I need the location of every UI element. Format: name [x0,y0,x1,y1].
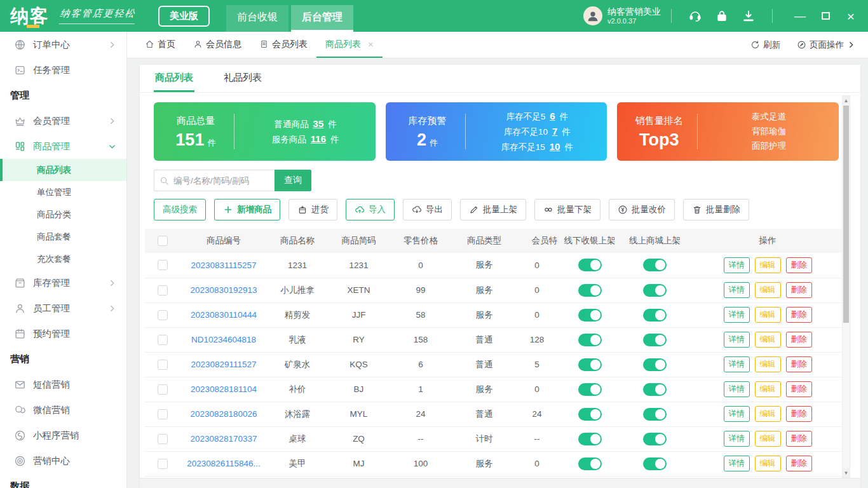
del-button[interactable]: 删除 [786,307,812,323]
online-toggle[interactable] [643,458,667,470]
product-code-link[interactable]: 20230828180026 [180,402,267,426]
row-checkbox[interactable] [158,260,168,270]
support-icon[interactable] [688,9,702,23]
product-code-link[interactable]: 20230828181104 [180,377,267,402]
offline-toggle[interactable] [578,259,602,271]
product-code-link[interactable]: 20230830110444 [180,302,267,327]
offline-toggle[interactable] [578,433,602,445]
del-button[interactable]: 删除 [786,257,812,273]
download-icon[interactable] [742,9,756,23]
online-toggle[interactable] [643,309,667,322]
online-toggle[interactable] [643,334,667,346]
toolbar-button-批量删除[interactable]: 批量删除 [683,199,749,220]
sidebar-subitem-单位管理[interactable]: 单位管理 [0,181,126,203]
edit-button[interactable]: 编辑 [755,257,781,273]
row-checkbox[interactable] [158,310,168,320]
detail-button[interactable]: 详情 [724,431,750,447]
sidebar-subitem-商品套餐[interactable]: 商品套餐 [0,226,126,248]
row-checkbox[interactable] [158,459,168,469]
tab-gift-list[interactable]: 礼品列表 [222,65,263,92]
sidebar-item-营销中心[interactable]: 营销中心 [0,448,126,473]
refresh-button[interactable]: 刷新 [750,39,780,51]
avatar[interactable] [583,6,602,25]
sidebar-item-商品管理[interactable]: 商品管理 [0,133,126,159]
product-code-link[interactable]: 20230831115257 [180,253,267,278]
row-checkbox[interactable] [158,285,168,295]
online-toggle[interactable] [643,408,667,421]
edit-button[interactable]: 编辑 [755,381,781,397]
scroll-thumb[interactable] [843,105,849,323]
tab-product-list[interactable]: 商品列表 [154,65,194,92]
detail-button[interactable]: 详情 [724,332,750,348]
maximize-button[interactable] [817,10,834,22]
scroll-down-arrow[interactable]: ▼ [843,468,850,477]
online-toggle[interactable] [643,284,667,297]
product-code-link[interactable]: 20230830192913 [180,278,267,302]
sidebar-subitem-商品列表[interactable]: 商品列表 [0,159,126,181]
edit-button[interactable]: 编辑 [755,406,781,422]
detail-button[interactable]: 详情 [724,456,750,471]
online-toggle[interactable] [643,383,667,396]
toolbar-button-进货[interactable]: 进货 [288,199,337,220]
close-tab-icon[interactable]: × [368,39,374,50]
page-tab-首页[interactable]: 首页 [136,32,184,58]
offline-toggle[interactable] [578,408,602,421]
scroll-up-arrow[interactable]: ▲ [843,96,850,105]
product-code-link[interactable]: 20230828170337 [180,426,267,451]
search-button[interactable]: 查询 [275,170,311,191]
offline-toggle[interactable] [578,458,602,470]
edit-button[interactable]: 编辑 [755,456,781,471]
offline-toggle[interactable] [578,334,602,346]
page-operations-button[interactable]: 页面操作 [797,39,855,51]
edit-button[interactable]: 编辑 [755,332,781,348]
product-code-link[interactable]: 20230826115846... [180,451,267,476]
detail-button[interactable]: 详情 [724,406,750,422]
sidebar-item-短信营销[interactable]: 短信营销 [0,372,126,397]
edition-button[interactable]: 美业版 [158,6,210,27]
edit-button[interactable]: 编辑 [755,282,781,298]
del-button[interactable]: 删除 [786,282,812,298]
detail-button[interactable]: 详情 [724,356,750,372]
row-checkbox[interactable] [158,384,168,395]
online-toggle[interactable] [643,259,667,271]
offline-toggle[interactable] [578,358,602,371]
del-button[interactable]: 删除 [786,431,812,447]
sidebar-subitem-充次套餐[interactable]: 充次套餐 [0,248,126,270]
sidebar-item-小程序营销[interactable]: 小程序营销 [0,423,126,448]
page-tab-会员信息[interactable]: 会员信息 [184,32,250,58]
edit-button[interactable]: 编辑 [755,431,781,447]
vertical-scrollbar[interactable]: ▲ ▼ [842,95,850,478]
sidebar-subitem-商品分类[interactable]: 商品分类 [0,203,126,226]
del-button[interactable]: 删除 [786,381,812,397]
search-input[interactable] [169,176,275,186]
product-code-link[interactable]: ND10234604818 [180,327,267,352]
page-tab-商品列表[interactable]: 商品列表× [316,32,383,58]
lock-icon[interactable] [715,9,729,23]
edit-button[interactable]: 编辑 [755,356,781,372]
row-checkbox[interactable] [158,409,168,419]
sidebar-item-任务管理[interactable]: 任务管理 [0,57,126,83]
detail-button[interactable]: 详情 [724,282,750,298]
toolbar-button-新增商品[interactable]: 新增商品 [214,199,280,220]
offline-toggle[interactable] [578,284,602,297]
edit-button[interactable]: 编辑 [755,307,781,323]
del-button[interactable]: 删除 [786,356,812,372]
product-code-link[interactable]: 20230829111527 [180,352,267,377]
del-button[interactable]: 删除 [786,406,812,422]
detail-button[interactable]: 详情 [724,257,750,273]
sidebar-item-预约管理[interactable]: 预约管理 [0,321,126,346]
row-checkbox[interactable] [158,434,168,444]
toolbar-button-高级搜索[interactable]: 高级搜索 [154,199,206,220]
sidebar-item-会员管理[interactable]: 会员管理 [0,108,126,133]
toolbar-button-导入[interactable]: 导入 [346,199,395,220]
online-toggle[interactable] [643,433,667,445]
page-tab-会员列表[interactable]: 会员列表 [250,32,316,58]
del-button[interactable]: 删除 [786,456,812,471]
offline-toggle[interactable] [578,309,602,322]
close-button[interactable]: × [843,10,859,23]
sidebar-item-微信营销[interactable]: 微信营销 [0,397,126,423]
del-button[interactable]: 删除 [786,332,812,348]
sidebar-item-员工管理[interactable]: 员工管理 [0,295,126,321]
toolbar-button-批量下架[interactable]: 批量下架 [534,199,600,220]
offline-toggle[interactable] [578,383,602,396]
